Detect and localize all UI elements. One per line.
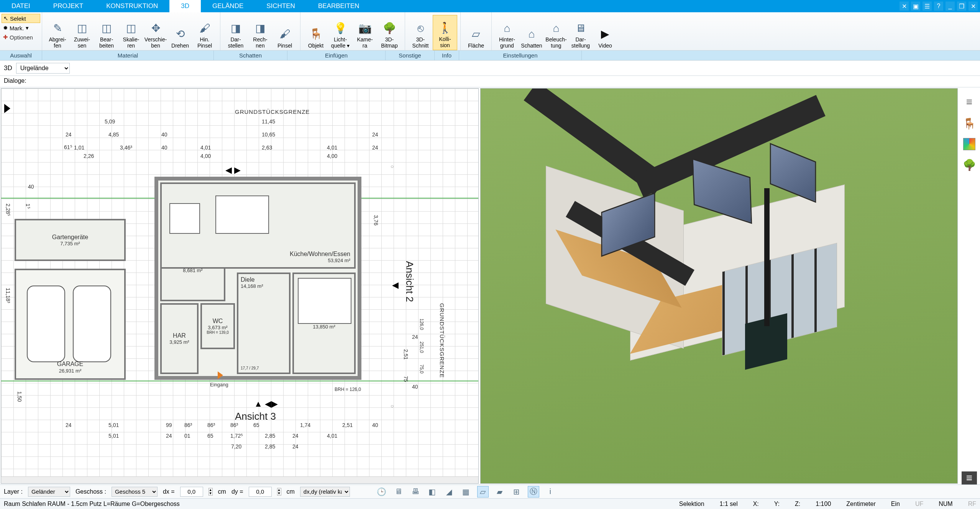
kollision-button[interactable]: 🚶Kolli-sion bbox=[433, 15, 457, 50]
restore-icon[interactable]: ❐ bbox=[957, 2, 966, 11]
dialoge-bar: Dialoge: bbox=[0, 76, 980, 87]
dim: 40 bbox=[412, 384, 418, 390]
lichtquelle-button[interactable]: 💡Licht-quelle ▾ bbox=[328, 15, 353, 50]
terrain-select[interactable]: Urgelände bbox=[16, 63, 70, 74]
tool-icon[interactable]: ☰ bbox=[923, 2, 932, 11]
print-icon[interactable]: 🖶 bbox=[410, 486, 421, 498]
dim: 40 bbox=[28, 184, 34, 190]
status-unit: Zentimeter bbox=[846, 501, 875, 507]
select-button[interactable]: ↖ Selekt bbox=[2, 14, 40, 23]
bottom-toolbar: Layer : Geländer Geschoss : Geschoss 5 d… bbox=[0, 484, 980, 498]
dim: 4,85 bbox=[108, 131, 119, 138]
dx-input[interactable] bbox=[180, 487, 203, 497]
bearbeiten-button[interactable]: ◫Bear-beiten bbox=[94, 15, 119, 50]
menu-tab-sichten[interactable]: SICHTEN bbox=[255, 0, 307, 12]
dim: 24 bbox=[292, 443, 299, 450]
ansicht-2-label: Ansicht 2 bbox=[404, 261, 415, 302]
hintergrund-button[interactable]: ⌂Hinter-grund bbox=[495, 15, 519, 50]
dim: 40 bbox=[161, 131, 167, 138]
label-schatten: Schatten bbox=[214, 51, 287, 60]
verschieben-button[interactable]: ✥Verschie-ben bbox=[143, 15, 168, 50]
menu-tab-gelaende[interactable]: GELÄNDE bbox=[201, 0, 255, 12]
3dschnitt-button[interactable]: ⎋3D-Schnitt bbox=[408, 15, 433, 50]
dim: 2,28⁵ bbox=[5, 204, 11, 216]
mesh-icon[interactable]: ▦ bbox=[460, 486, 472, 498]
video-button[interactable]: ▶Video bbox=[593, 15, 617, 50]
north-icon[interactable]: Ⓝ bbox=[528, 486, 539, 498]
mark-button[interactable]: ✹ Mark. ▾ bbox=[2, 24, 40, 32]
menu-tab-projekt[interactable]: PROJEKT bbox=[42, 0, 95, 12]
menu-tab-bearbeiten[interactable]: BEARBEITEN bbox=[307, 0, 371, 12]
dy-label: dy = bbox=[231, 488, 243, 495]
boundary-label: GRUNDSTÜCKSGRENZE bbox=[235, 108, 310, 115]
beleuchtung-button[interactable]: ⌂Beleuch-tung bbox=[544, 15, 568, 50]
status-bar: Raum Schlafen RAUM - 1.5cm Putz L=Räume … bbox=[0, 498, 980, 509]
room-gast: Gast 13,850 m² bbox=[292, 273, 356, 374]
cube-icon[interactable]: ◧ bbox=[427, 486, 438, 498]
grid-icon[interactable]: ⊞ bbox=[511, 486, 522, 498]
kamera-button[interactable]: 📷Kame-ra bbox=[353, 15, 377, 50]
minimize-icon[interactable]: _ bbox=[946, 2, 955, 11]
dim: 24 bbox=[372, 144, 378, 151]
info-icon[interactable]: i bbox=[545, 486, 556, 498]
angle-icon[interactable]: ◢ bbox=[443, 486, 455, 498]
geschoss-select[interactable]: Geschoss 5 bbox=[112, 487, 158, 497]
drehen-button[interactable]: ⟲Drehen bbox=[168, 15, 192, 50]
tool-icon[interactable]: ✕ bbox=[900, 2, 909, 11]
expand-panel-icon[interactable] bbox=[4, 104, 10, 113]
fill-icon[interactable]: ▰ bbox=[494, 486, 506, 498]
3dbitmap-button[interactable]: 🌳3D-Bitmap bbox=[377, 15, 402, 50]
skylight-icon bbox=[770, 143, 816, 203]
plane-icon[interactable]: ▱ bbox=[477, 486, 489, 498]
dim: 24 bbox=[66, 131, 72, 138]
abgreifen-button[interactable]: ✎Abgrei-fen bbox=[45, 15, 70, 50]
skalieren-button[interactable]: ◫Skalie-ren bbox=[119, 15, 143, 50]
pinsel-button[interactable]: 🖌Pinsel bbox=[272, 15, 297, 50]
status-rf: RF bbox=[968, 501, 976, 507]
dim: 75 bbox=[403, 376, 409, 382]
car-icon bbox=[27, 286, 65, 362]
layer-select[interactable]: Geländer bbox=[28, 487, 70, 497]
color-palette-icon[interactable] bbox=[963, 138, 975, 150]
layers-icon[interactable]: ≡ bbox=[962, 95, 976, 109]
rechnen-button[interactable]: ◨Rech-nen bbox=[248, 15, 272, 50]
dim: 01 bbox=[184, 433, 190, 439]
help-icon[interactable]: ? bbox=[934, 2, 943, 11]
schatten-button[interactable]: ⌂Schatten bbox=[519, 15, 544, 50]
tool-icon[interactable]: ▣ bbox=[911, 2, 920, 11]
screen-icon[interactable]: 🖥 bbox=[393, 486, 404, 498]
dim: 24 bbox=[166, 433, 172, 439]
dim: 40 bbox=[161, 144, 167, 151]
dim: 4,01 bbox=[327, 433, 337, 439]
dim: 4,01 bbox=[200, 144, 211, 151]
menu-tab-konstruktion[interactable]: KONSTRUKTION bbox=[95, 0, 169, 12]
darstellen-button[interactable]: ◨Dar-stellen bbox=[223, 15, 248, 50]
menu-tab-datei[interactable]: DATEI bbox=[0, 0, 42, 12]
dim: 126,0 bbox=[419, 319, 424, 330]
collapse-panel-icon[interactable]: ≡ bbox=[962, 471, 977, 484]
label-einfuegen: Einfügen bbox=[287, 51, 386, 60]
close-icon[interactable]: ✕ bbox=[969, 2, 978, 11]
flaeche-button[interactable]: ▱Fläche bbox=[464, 15, 488, 50]
scrollbar-horizontal[interactable] bbox=[1, 476, 478, 483]
clock-icon[interactable]: 🕒 bbox=[376, 486, 387, 498]
optionen-button[interactable]: ✚ Optionen bbox=[2, 33, 40, 41]
dim: 1,72⁵ bbox=[230, 433, 243, 439]
room-garten: Gartengeräte 7,735 m² bbox=[15, 219, 126, 261]
furniture-icon[interactable]: 🪑 bbox=[962, 117, 976, 130]
eingang-label: Eingang bbox=[210, 382, 228, 387]
dx-stepper[interactable]: ▲▼ bbox=[208, 488, 213, 496]
objekt-button[interactable]: 🪑Objekt bbox=[304, 15, 328, 50]
dxdy-mode-select[interactable]: dx,dy (relativ ka bbox=[300, 487, 350, 497]
tree-icon[interactable]: 🌳 bbox=[962, 158, 976, 172]
viewport-2d[interactable]: GRUNDSTÜCKSGRENZE GRUNDSTÜCKSGRENZE 5,09… bbox=[1, 88, 479, 484]
ribbon-group-info: ▱Fläche bbox=[461, 12, 492, 50]
viewport-3d[interactable] bbox=[480, 88, 958, 484]
hinpinsel-button[interactable]: 🖌Hin.Pinsel bbox=[192, 15, 217, 50]
dy-stepper[interactable]: ▲▼ bbox=[277, 488, 281, 496]
zuweisen-button[interactable]: ◫Zuwei-sen bbox=[70, 15, 94, 50]
bed-icon bbox=[298, 278, 351, 324]
menu-tab-3d[interactable]: 3D bbox=[169, 0, 201, 12]
darstellung-button[interactable]: 🖥Dar-stellung bbox=[568, 15, 593, 50]
dy-input[interactable] bbox=[249, 487, 272, 497]
